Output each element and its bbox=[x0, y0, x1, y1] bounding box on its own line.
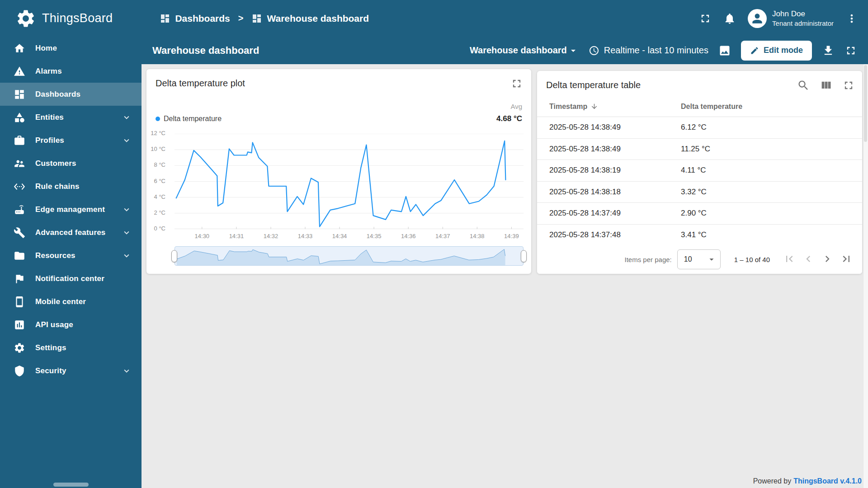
user-info[interactable]: John Doe Tenant administrator bbox=[772, 9, 834, 28]
legend-item-delta-temperature[interactable]: Delta temperature bbox=[156, 115, 222, 123]
thingsboard-logo-icon bbox=[15, 8, 36, 29]
advanced-features-icon bbox=[14, 227, 25, 239]
columns-icon[interactable] bbox=[820, 79, 832, 92]
dashboard-content: Delta temperature plot Avg Delta tempera… bbox=[142, 64, 868, 488]
search-icon[interactable] bbox=[797, 79, 810, 92]
chevron-left-icon bbox=[802, 253, 815, 265]
export-download-button[interactable] bbox=[822, 44, 835, 57]
table-row[interactable]: 2025-05-28 14:38:183.32 °C bbox=[537, 182, 862, 203]
table-row[interactable]: 2025-05-28 14:38:496.12 °C bbox=[537, 117, 862, 139]
dashboard-state-selector[interactable]: Warehouse dashboard bbox=[470, 45, 579, 56]
table-row[interactable]: 2025-05-28 14:38:194.11 °C bbox=[537, 160, 862, 182]
plot-area[interactable] bbox=[175, 134, 524, 229]
toolbar-actions: Warehouse dashboard Realtime - last 10 m… bbox=[470, 41, 868, 61]
fullscreen-icon[interactable] bbox=[842, 79, 855, 92]
footer: Powered byThingsBoard v.4.1.0 bbox=[753, 477, 862, 485]
last-page-button[interactable] bbox=[840, 253, 853, 266]
sidebar-item-resources[interactable]: Resources bbox=[0, 244, 142, 267]
table-row[interactable]: 2025-05-28 14:38:4911.25 °C bbox=[537, 139, 862, 160]
x-axis-tick-label: 14:39 bbox=[504, 233, 519, 239]
sidebar-item-api-usage[interactable]: API usage bbox=[0, 313, 142, 336]
sidebar-item-home[interactable]: Home bbox=[0, 37, 142, 60]
brush-handle-right[interactable] bbox=[521, 250, 527, 262]
sidebar-item-dashboards[interactable]: Dashboards bbox=[0, 83, 142, 106]
items-per-page-select[interactable]: 10 bbox=[677, 249, 721, 269]
breadcrumb-item-dashboards[interactable]: Dashboards bbox=[160, 13, 230, 24]
sidebar-item-alarms[interactable]: Alarms bbox=[0, 60, 142, 83]
avatar[interactable] bbox=[748, 9, 767, 28]
next-page-button[interactable] bbox=[821, 253, 834, 266]
timewindow-button[interactable]: Realtime - last 10 minutes bbox=[589, 45, 708, 56]
dashboards-icon bbox=[251, 13, 262, 24]
chevron-down-icon bbox=[122, 366, 132, 376]
sidebar-item-label: Home bbox=[35, 44, 132, 53]
chevron-down-icon bbox=[707, 254, 717, 264]
sidebar-item-label: Notification center bbox=[35, 274, 132, 283]
cell-delta-temperature: 3.32 °C bbox=[681, 188, 707, 197]
first-page-icon bbox=[783, 253, 796, 265]
more-menu-button[interactable] bbox=[845, 12, 858, 25]
dashboard-image-button[interactable] bbox=[718, 44, 731, 57]
fullscreen-button[interactable] bbox=[699, 12, 712, 25]
vertical-dots-icon bbox=[845, 12, 858, 25]
previous-page-button[interactable] bbox=[802, 253, 815, 266]
chevron-down-icon bbox=[122, 205, 132, 215]
sidebar-item-label: Mobile center bbox=[35, 297, 132, 306]
x-axis-tick-label: 14:33 bbox=[298, 233, 313, 239]
vertical-scrollbar[interactable] bbox=[863, 64, 868, 488]
sidebar-item-security[interactable]: Security bbox=[0, 359, 142, 382]
chart-brush-wrap bbox=[175, 246, 524, 266]
brush-handle-left[interactable] bbox=[171, 250, 177, 262]
dashboard-fullscreen-button[interactable] bbox=[844, 44, 857, 57]
sidebar-item-rule-chains[interactable]: Rule chains bbox=[0, 175, 142, 198]
pencil-icon bbox=[750, 46, 759, 55]
sidebar-item-edge-management[interactable]: Edge management bbox=[0, 198, 142, 221]
thingsboard-version-link[interactable]: ThingsBoard v.4.1.0 bbox=[793, 477, 862, 485]
delta-temperature-plot-widget: Delta temperature plot Avg Delta tempera… bbox=[146, 69, 531, 274]
pagination-controls bbox=[783, 253, 853, 266]
first-page-button[interactable] bbox=[783, 253, 796, 266]
sidebar-item-label: Edge management bbox=[35, 205, 122, 214]
brush-preview-chart bbox=[175, 247, 523, 265]
sidebar-item-mobile-center[interactable]: Mobile center bbox=[0, 290, 142, 313]
x-axis-tick-label: 14:30 bbox=[195, 233, 210, 239]
clock-icon bbox=[589, 45, 599, 56]
breadcrumb-item-warehouse-dashboard[interactable]: Warehouse dashboard bbox=[251, 13, 369, 24]
x-axis-tick-label: 14:37 bbox=[435, 233, 450, 239]
cell-timestamp: 2025-05-28 14:38:18 bbox=[537, 188, 681, 197]
dashboards-icon bbox=[14, 89, 25, 100]
y-axis-tick-label: 4 °C bbox=[154, 193, 165, 200]
sort-descending-icon[interactable] bbox=[590, 103, 598, 110]
chart-legend: Delta temperature 4.68 °C bbox=[156, 114, 522, 123]
y-axis-tick-label: 8 °C bbox=[154, 161, 165, 168]
chart-brush[interactable] bbox=[175, 246, 524, 266]
vertical-scrollbar-thumb[interactable] bbox=[864, 65, 867, 142]
fullscreen-icon[interactable] bbox=[510, 77, 523, 90]
customers-icon bbox=[14, 158, 25, 169]
timewindow-label: Realtime - last 10 minutes bbox=[604, 45, 708, 56]
cell-delta-temperature: 3.41 °C bbox=[681, 230, 707, 239]
edit-mode-button[interactable]: Edit mode bbox=[741, 41, 812, 61]
topbar-actions: John Doe Tenant administrator bbox=[699, 9, 868, 28]
sidebar-scrollbar-thumb[interactable] bbox=[53, 483, 89, 487]
sidebar-item-label: Resources bbox=[35, 251, 122, 260]
sidebar-item-label: Profiles bbox=[35, 136, 122, 145]
sidebar-item-notification-center[interactable]: Notification center bbox=[0, 267, 142, 290]
widget-title: Delta temperature plot bbox=[156, 78, 245, 89]
app-logo[interactable]: ThingsBoard bbox=[0, 8, 113, 29]
column-header-delta-temperature[interactable]: Delta temperature bbox=[681, 103, 742, 111]
column-header-timestamp[interactable]: Timestamp bbox=[537, 103, 681, 111]
notifications-button[interactable] bbox=[723, 12, 736, 25]
table-actions bbox=[797, 79, 855, 92]
sidebar-item-entities[interactable]: Entities bbox=[0, 106, 142, 129]
sidebar-item-settings[interactable]: Settings bbox=[0, 336, 142, 359]
x-axis-tick-label: 14:36 bbox=[401, 233, 416, 239]
sidebar: HomeAlarmsDashboardsEntitiesProfilesCust… bbox=[0, 37, 142, 488]
dashboard-toolbar: Warehouse dashboard Warehouse dashboard … bbox=[142, 37, 868, 64]
sidebar-item-customers[interactable]: Customers bbox=[0, 152, 142, 175]
table-row[interactable]: 2025-05-28 14:37:483.41 °C bbox=[537, 225, 862, 246]
sidebar-item-profiles[interactable]: Profiles bbox=[0, 129, 142, 152]
sidebar-item-advanced-features[interactable]: Advanced features bbox=[0, 221, 142, 244]
table-row[interactable]: 2025-05-28 14:37:492.90 °C bbox=[537, 203, 862, 225]
user-name: John Doe bbox=[772, 9, 834, 19]
